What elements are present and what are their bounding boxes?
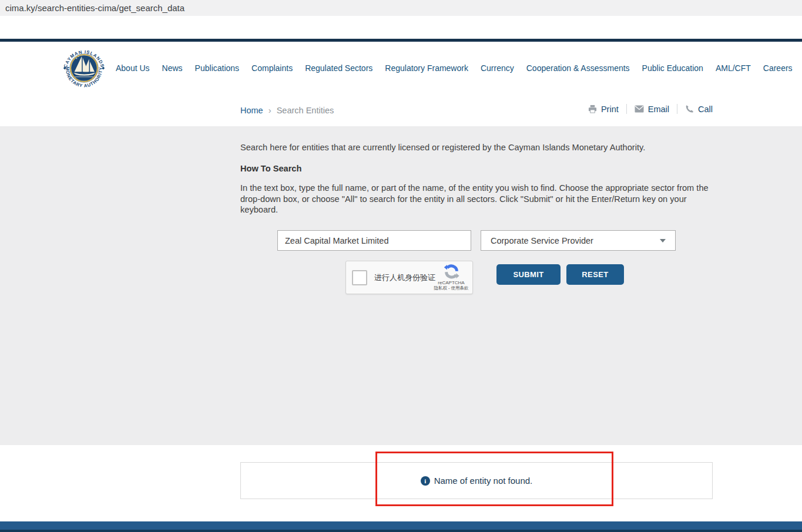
nav-item-regulated-sectors[interactable]: Regulated Sectors [305, 63, 373, 73]
sector-dropdown-value: Corporate Service Provider [491, 236, 593, 245]
nav-item-publications[interactable]: Publications [195, 63, 240, 73]
recaptcha-brand-text: reCAPTCHA [438, 280, 464, 285]
browser-url-text: cima.ky/search-entities-cima/get_search_… [5, 3, 184, 13]
recaptcha-widget: 进行人机身份验证 reCAPTCHA 隐私权 - 使用条款 [345, 261, 473, 294]
printer-icon [588, 105, 597, 113]
action-divider [677, 104, 677, 114]
search-form: Corporate Service Provider [277, 230, 676, 251]
info-icon: i [421, 476, 430, 486]
breadcrumb-home-link[interactable]: Home [240, 106, 263, 115]
sector-dropdown[interactable]: Corporate Service Provider [481, 230, 676, 251]
chevron-down-icon [660, 239, 666, 243]
entity-name-input[interactable] [277, 230, 471, 251]
footer-bar [0, 521, 802, 532]
call-button[interactable]: Call [685, 105, 713, 114]
nav-item-public-education[interactable]: Public Education [642, 63, 703, 73]
nav-item-currency[interactable]: Currency [481, 63, 514, 73]
call-label: Call [698, 105, 713, 114]
print-button[interactable]: Print [588, 105, 619, 114]
nav-item-regulatory-framework[interactable]: Regulatory Framework [385, 63, 468, 73]
cima-logo[interactable]: CAYMAN ISLANDS MONETARY AUTHORITY [61, 45, 107, 91]
phone-icon [685, 105, 694, 113]
action-divider [626, 104, 627, 114]
recaptcha-label: 进行人机身份验证 [374, 272, 436, 283]
nav-item-complaints[interactable]: Complaints [251, 63, 293, 73]
results-section: i Name of entity not found. [0, 445, 802, 521]
submit-button[interactable]: SUBMIT [496, 264, 561, 285]
nav-item-about-us[interactable]: About Us [116, 63, 150, 73]
envelope-icon [635, 105, 644, 113]
recaptcha-checkbox[interactable] [352, 270, 367, 285]
header-spacer [0, 16, 802, 39]
breadcrumb: Home › Search Entities [240, 105, 334, 115]
reset-button[interactable]: RESET [566, 264, 624, 285]
intro-text: Search here for entities that are curren… [240, 142, 645, 153]
form-buttons: SUBMIT RESET [496, 264, 624, 285]
results-panel: i Name of entity not found. [240, 462, 713, 499]
recaptcha-branding: reCAPTCHA 隐私权 - 使用条款 [436, 264, 467, 291]
not-found-text: Name of entity not found. [434, 476, 533, 486]
browser-url-bar[interactable]: cima.ky/search-entities-cima/get_search_… [0, 0, 802, 16]
site-header: CAYMAN ISLANDS MONETARY AUTHORITY [0, 42, 802, 126]
how-to-search-title: How To Search [240, 164, 301, 173]
recaptcha-logo-icon [444, 264, 459, 280]
page: cima.ky/search-entities-cima/get_search_… [0, 0, 802, 532]
print-label: Print [601, 105, 619, 114]
page-actions: Print Email Call [588, 104, 713, 114]
recaptcha-terms-link[interactable]: 隐私权 - 使用条款 [434, 285, 468, 291]
nav-item-cooperation-assessments[interactable]: Cooperation & Assessments [526, 63, 630, 73]
not-found-message: i Name of entity not found. [421, 476, 533, 486]
nav-item-aml-cft[interactable]: AML/CFT [716, 63, 751, 73]
nav-item-news[interactable]: News [162, 63, 183, 73]
nav-item-careers[interactable]: Careers [763, 63, 793, 73]
email-label: Email [648, 105, 669, 114]
email-button[interactable]: Email [635, 105, 669, 114]
breadcrumb-current: Search Entities [277, 106, 334, 115]
main-nav: About Us News Publications Complaints Re… [116, 63, 802, 73]
how-to-search-body: In the text box, type the full name, or … [240, 183, 710, 216]
breadcrumb-separator-icon: › [269, 105, 271, 115]
search-entities-section: Search here for entities that are curren… [0, 126, 802, 445]
